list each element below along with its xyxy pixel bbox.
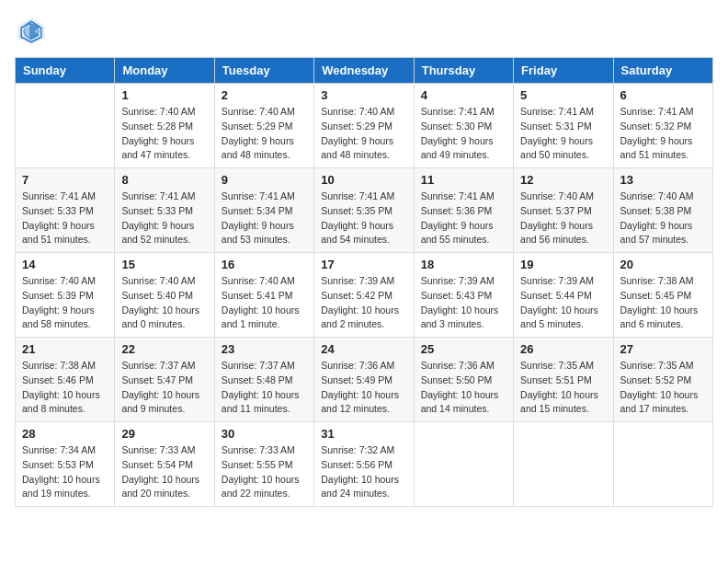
calendar-cell: 2Sunrise: 7:40 AMSunset: 5:29 PMDaylight…	[214, 84, 313, 168]
calendar-cell: 12Sunrise: 7:40 AMSunset: 5:37 PMDayligh…	[514, 168, 613, 253]
day-number: 19	[520, 258, 606, 271]
day-info: Sunrise: 7:40 AMSunset: 5:39 PMDaylight:…	[22, 274, 108, 332]
calendar-cell: 24Sunrise: 7:36 AMSunset: 5:49 PMDayligh…	[314, 338, 414, 422]
day-number: 24	[321, 342, 406, 356]
day-info: Sunrise: 7:39 AMSunset: 5:43 PMDaylight:…	[421, 274, 506, 332]
day-header-saturday: Saturday	[613, 58, 712, 84]
calendar-cell: 8Sunrise: 7:41 AMSunset: 5:33 PMDaylight…	[115, 168, 214, 253]
day-number: 26	[520, 342, 606, 356]
day-number: 31	[321, 427, 406, 441]
calendar-cell: 11Sunrise: 7:41 AMSunset: 5:36 PMDayligh…	[414, 168, 513, 253]
day-number: 12	[520, 173, 606, 187]
calendar-cell: 1Sunrise: 7:40 AMSunset: 5:28 PMDaylight…	[115, 84, 214, 168]
calendar-cell: 21Sunrise: 7:38 AMSunset: 5:46 PMDayligh…	[16, 338, 115, 422]
calendar-body: 1Sunrise: 7:40 AMSunset: 5:28 PMDaylight…	[16, 84, 713, 507]
day-number: 5	[520, 88, 606, 102]
calendar-cell: 16Sunrise: 7:40 AMSunset: 5:41 PMDayligh…	[214, 253, 313, 338]
day-number: 11	[421, 173, 506, 187]
day-info: Sunrise: 7:35 AMSunset: 5:52 PMDaylight:…	[620, 359, 706, 417]
logo	[15, 15, 51, 48]
day-number: 9	[222, 173, 307, 187]
day-number: 30	[222, 427, 307, 441]
page-header	[15, 15, 713, 48]
day-info: Sunrise: 7:41 AMSunset: 5:32 PMDaylight:…	[620, 105, 706, 163]
calendar-cell: 22Sunrise: 7:37 AMSunset: 5:47 PMDayligh…	[115, 338, 214, 422]
calendar-cell	[514, 422, 613, 507]
day-number: 14	[22, 258, 108, 271]
day-header-thursday: Thursday	[414, 58, 513, 84]
calendar-cell: 17Sunrise: 7:39 AMSunset: 5:42 PMDayligh…	[314, 253, 414, 338]
day-number: 15	[121, 258, 207, 271]
calendar-cell: 20Sunrise: 7:38 AMSunset: 5:45 PMDayligh…	[613, 253, 712, 338]
calendar-cell: 15Sunrise: 7:40 AMSunset: 5:40 PMDayligh…	[115, 253, 214, 338]
day-info: Sunrise: 7:40 AMSunset: 5:37 PMDaylight:…	[520, 190, 606, 247]
day-header-friday: Friday	[514, 58, 613, 84]
calendar-cell: 27Sunrise: 7:35 AMSunset: 5:52 PMDayligh…	[613, 338, 712, 422]
calendar-cell	[613, 422, 712, 507]
day-info: Sunrise: 7:41 AMSunset: 5:36 PMDaylight:…	[421, 190, 506, 247]
calendar-week-row: 7Sunrise: 7:41 AMSunset: 5:33 PMDaylight…	[16, 168, 713, 253]
day-number: 22	[121, 342, 207, 356]
day-info: Sunrise: 7:33 AMSunset: 5:54 PMDaylight:…	[121, 443, 207, 501]
day-info: Sunrise: 7:38 AMSunset: 5:45 PMDaylight:…	[620, 274, 706, 332]
calendar-cell: 6Sunrise: 7:41 AMSunset: 5:32 PMDaylight…	[613, 84, 712, 168]
day-info: Sunrise: 7:32 AMSunset: 5:56 PMDaylight:…	[321, 443, 406, 501]
calendar-cell: 19Sunrise: 7:39 AMSunset: 5:44 PMDayligh…	[514, 253, 613, 338]
calendar-cell: 7Sunrise: 7:41 AMSunset: 5:33 PMDaylight…	[16, 168, 115, 253]
calendar-table: SundayMondayTuesdayWednesdayThursdayFrid…	[15, 57, 713, 507]
day-header-wednesday: Wednesday	[314, 58, 414, 84]
calendar-cell: 3Sunrise: 7:40 AMSunset: 5:29 PMDaylight…	[314, 84, 414, 168]
calendar-week-row: 28Sunrise: 7:34 AMSunset: 5:53 PMDayligh…	[16, 422, 713, 507]
calendar-cell	[16, 84, 115, 168]
calendar-week-row: 1Sunrise: 7:40 AMSunset: 5:28 PMDaylight…	[16, 84, 713, 168]
day-number: 13	[620, 173, 706, 187]
day-number: 17	[321, 258, 406, 271]
calendar-cell: 25Sunrise: 7:36 AMSunset: 5:50 PMDayligh…	[414, 338, 513, 422]
calendar-cell: 30Sunrise: 7:33 AMSunset: 5:55 PMDayligh…	[214, 422, 313, 507]
day-info: Sunrise: 7:40 AMSunset: 5:40 PMDaylight:…	[121, 274, 207, 332]
day-info: Sunrise: 7:39 AMSunset: 5:44 PMDaylight:…	[520, 274, 606, 332]
day-header-monday: Monday	[115, 58, 214, 84]
day-number: 20	[620, 258, 706, 271]
day-info: Sunrise: 7:40 AMSunset: 5:28 PMDaylight:…	[121, 105, 207, 163]
day-info: Sunrise: 7:37 AMSunset: 5:48 PMDaylight:…	[222, 359, 307, 417]
day-number: 7	[22, 173, 108, 187]
day-number: 27	[620, 342, 706, 356]
day-number: 4	[421, 88, 506, 102]
day-info: Sunrise: 7:41 AMSunset: 5:33 PMDaylight:…	[121, 190, 207, 247]
day-number: 3	[321, 88, 406, 102]
calendar-cell: 18Sunrise: 7:39 AMSunset: 5:43 PMDayligh…	[414, 253, 513, 338]
day-info: Sunrise: 7:40 AMSunset: 5:29 PMDaylight:…	[321, 105, 406, 163]
day-number: 6	[620, 88, 706, 102]
day-header-sunday: Sunday	[16, 58, 115, 84]
day-number: 10	[321, 173, 406, 187]
calendar-cell: 9Sunrise: 7:41 AMSunset: 5:34 PMDaylight…	[214, 168, 313, 253]
day-info: Sunrise: 7:34 AMSunset: 5:53 PMDaylight:…	[22, 443, 108, 501]
calendar-cell: 28Sunrise: 7:34 AMSunset: 5:53 PMDayligh…	[16, 422, 115, 507]
calendar-cell: 5Sunrise: 7:41 AMSunset: 5:31 PMDaylight…	[514, 84, 613, 168]
day-info: Sunrise: 7:41 AMSunset: 5:31 PMDaylight:…	[520, 105, 606, 163]
day-number: 23	[222, 342, 307, 356]
day-info: Sunrise: 7:35 AMSunset: 5:51 PMDaylight:…	[520, 359, 606, 417]
day-info: Sunrise: 7:36 AMSunset: 5:49 PMDaylight:…	[321, 359, 406, 417]
day-number: 21	[22, 342, 108, 356]
calendar-cell: 14Sunrise: 7:40 AMSunset: 5:39 PMDayligh…	[16, 253, 115, 338]
day-number: 8	[121, 173, 207, 187]
logo-icon	[15, 15, 48, 48]
day-number: 2	[222, 88, 307, 102]
calendar-cell: 26Sunrise: 7:35 AMSunset: 5:51 PMDayligh…	[514, 338, 613, 422]
day-info: Sunrise: 7:41 AMSunset: 5:34 PMDaylight:…	[222, 190, 307, 247]
day-info: Sunrise: 7:41 AMSunset: 5:30 PMDaylight:…	[421, 105, 506, 163]
calendar-header: SundayMondayTuesdayWednesdayThursdayFrid…	[16, 58, 713, 84]
day-info: Sunrise: 7:33 AMSunset: 5:55 PMDaylight:…	[222, 443, 307, 501]
calendar-week-row: 14Sunrise: 7:40 AMSunset: 5:39 PMDayligh…	[16, 253, 713, 338]
day-info: Sunrise: 7:40 AMSunset: 5:29 PMDaylight:…	[222, 105, 307, 163]
day-info: Sunrise: 7:40 AMSunset: 5:38 PMDaylight:…	[620, 190, 706, 247]
day-info: Sunrise: 7:40 AMSunset: 5:41 PMDaylight:…	[222, 274, 307, 332]
day-info: Sunrise: 7:41 AMSunset: 5:35 PMDaylight:…	[321, 190, 406, 247]
day-number: 29	[121, 427, 207, 441]
day-number: 16	[222, 258, 307, 271]
day-info: Sunrise: 7:41 AMSunset: 5:33 PMDaylight:…	[22, 190, 108, 247]
day-number: 18	[421, 258, 506, 271]
day-header-tuesday: Tuesday	[214, 58, 313, 84]
